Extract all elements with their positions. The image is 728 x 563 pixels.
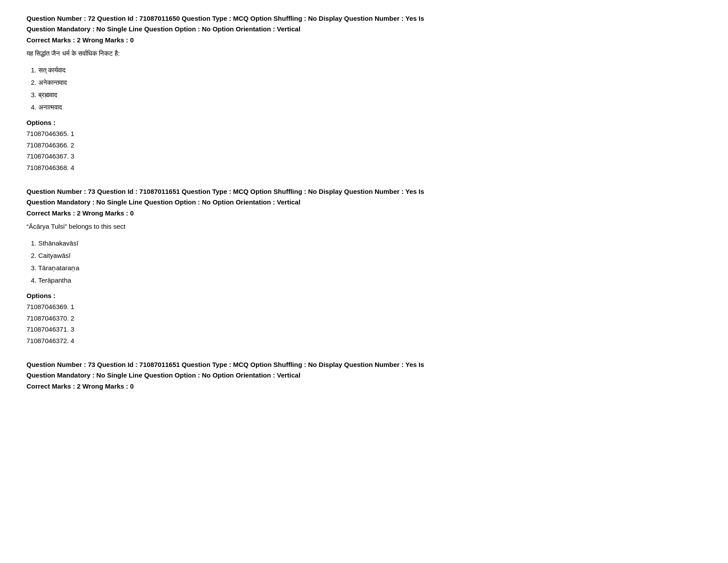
choice-72-2: 2. अनेकान्तवाद [31,77,702,88]
question-text-73a: “Ācārya Tulsi” belongs to this sect [26,221,702,232]
question-meta-line1-73a: Question Number : 73 Question Id : 71087… [26,188,424,195]
option-id-73a-3: 71087046371. 3 [26,324,702,335]
question-meta-line2-73a: Question Mandatory : No Single Line Ques… [26,198,300,206]
question-meta-73b: Question Number : 73 Question Id : 71087… [26,359,702,381]
choice-73a-2: 2. Caityawāsī [31,250,702,261]
option-id-73a-4: 71087046372. 4 [26,335,702,347]
option-ids-72: 71087046365. 1 71087046366. 2 7108704636… [26,128,702,173]
choice-73a-1: 1. Sthānakavāsī [31,238,702,249]
choice-73a-4: 4. Terāpantha [31,275,702,286]
question-block-73a: Question Number : 73 Question Id : 71087… [26,186,702,346]
choice-72-1: 1. सत् कार्यवाद [31,65,702,76]
question-meta-72: Question Number : 72 Question Id : 71087… [26,13,702,34]
question-meta-73a: Question Number : 73 Question Id : 71087… [26,186,702,208]
question-text-72: यह सिद्धांत जैन धर्म के सर्वाधिक निकट है… [26,48,702,59]
choice-72-4: 4. अनात्मवाद [31,102,702,113]
option-id-72-4: 71087046368. 4 [26,162,702,174]
option-id-72-1: 71087046365. 1 [26,128,702,140]
options-label-73a: Options : [26,292,702,299]
correct-marks-72: Correct Marks : 2 Wrong Marks : 0 [26,36,702,44]
choice-73a-3: 3. Tāraṇataraṇa [31,263,702,273]
choice-72-3: 3. ब्रह्मवाद [31,90,702,100]
question-block-72: Question Number : 72 Question Id : 71087… [26,13,702,173]
option-id-72-2: 71087046366. 2 [26,140,702,151]
option-id-73a-1: 71087046369. 1 [26,301,702,313]
correct-marks-73a: Correct Marks : 2 Wrong Marks : 0 [26,209,702,217]
question-meta-line2-73b: Question Mandatory : No Single Line Ques… [26,371,300,379]
question-meta-line2-72: Question Mandatory : No Single Line Ques… [26,25,300,33]
options-label-72: Options : [26,119,702,126]
question-block-73b: Question Number : 73 Question Id : 71087… [26,359,702,390]
question-meta-line1-73b: Question Number : 73 Question Id : 71087… [26,361,424,368]
option-id-72-3: 71087046367. 3 [26,151,702,162]
option-ids-73a: 71087046369. 1 71087046370. 2 7108704637… [26,301,702,346]
option-id-73a-2: 71087046370. 2 [26,313,702,324]
correct-marks-73b: Correct Marks : 2 Wrong Marks : 0 [26,382,702,390]
choices-list-73a: 1. Sthānakavāsī 2. Caityawāsī 3. Tāraṇat… [26,238,702,286]
question-meta-line1-72: Question Number : 72 Question Id : 71087… [26,15,424,22]
choices-list-72: 1. सत् कार्यवाद 2. अनेकान्तवाद 3. ब्रह्म… [26,65,702,113]
page-content: Question Number : 72 Question Id : 71087… [26,13,702,390]
